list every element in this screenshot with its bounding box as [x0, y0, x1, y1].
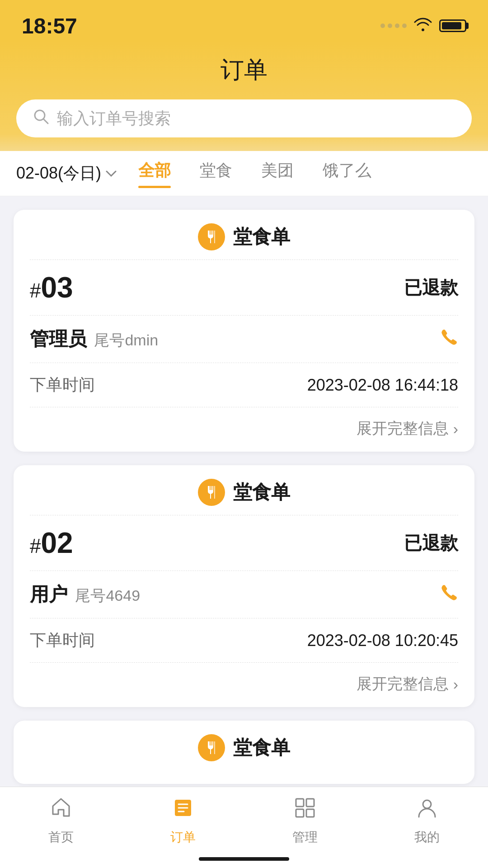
dining-icon-3	[198, 734, 225, 761]
search-icon	[33, 108, 50, 129]
svg-point-10	[423, 800, 431, 808]
search-container: 输入订单号搜索	[0, 99, 488, 151]
expand-label-1: 展开完整信息	[357, 418, 449, 439]
tab-dine[interactable]: 堂食	[200, 160, 232, 187]
nav-mine[interactable]: 我的	[414, 796, 440, 846]
svg-rect-6	[296, 799, 304, 807]
svg-rect-8	[296, 809, 304, 817]
order-status-2: 已退款	[404, 531, 458, 556]
order-row-time-2: 下单时间 2023-02-08 10:20:45	[30, 618, 458, 662]
order-time-label-1: 下单时间	[30, 374, 95, 396]
tab-hungry[interactable]: 饿了么	[323, 160, 371, 187]
bottom-nav: 首页 订单 管理	[0, 787, 488, 868]
mine-icon	[415, 796, 439, 825]
signal-icon	[380, 24, 407, 28]
order-card-2: 堂食单 #02 已退款 用户 尾号4649 下单时间 2023-	[14, 465, 474, 707]
nav-home[interactable]: 首页	[48, 796, 74, 846]
orders-icon	[171, 796, 195, 825]
status-bar: 18:57	[0, 0, 488, 41]
dining-icon-1	[198, 223, 225, 250]
order-row-time-1: 下单时间 2023-02-08 16:44:18	[30, 363, 458, 407]
customer-suffix-2: 尾号4649	[75, 587, 140, 604]
tab-all[interactable]: 全部	[138, 160, 171, 187]
order-row-number-1: #03 已退款	[30, 259, 458, 315]
expand-chevron-2: ›	[453, 675, 458, 693]
tab-meituan[interactable]: 美团	[261, 160, 294, 187]
order-time-value-1: 2023-02-08 16:44:18	[307, 376, 458, 395]
order-time-label-2: 下单时间	[30, 629, 95, 651]
nav-manage-label: 管理	[292, 829, 318, 846]
expand-row-1[interactable]: 展开完整信息 ›	[30, 407, 458, 452]
dining-icon-2	[198, 479, 225, 506]
order-number-1: #03	[30, 271, 73, 304]
order-status-1: 已退款	[404, 275, 458, 300]
order-card-1: 堂食单 #03 已退款 管理员 尾号dmin 下单时间 2023	[14, 210, 474, 452]
phone-icon-1[interactable]	[439, 327, 458, 351]
wifi-icon	[414, 16, 432, 35]
nav-home-label: 首页	[48, 829, 74, 846]
orders-list: 堂食单 #03 已退款 管理员 尾号dmin 下单时间 2023	[0, 196, 488, 868]
status-icons	[380, 16, 466, 35]
expand-row-2[interactable]: 展开完整信息 ›	[30, 662, 458, 707]
order-number-2: #02	[30, 526, 73, 560]
customer-name-1: 管理员	[30, 328, 87, 349]
expand-label-2: 展开完整信息	[357, 674, 449, 694]
order-time-value-2: 2023-02-08 10:20:45	[307, 631, 458, 650]
customer-name-2: 用户	[30, 584, 68, 605]
card-type-2: 堂食单	[233, 480, 290, 505]
card-type-3: 堂食单	[233, 735, 290, 760]
chevron-down-icon	[106, 166, 117, 181]
order-card-3: 堂食单	[14, 721, 474, 784]
manage-icon	[293, 796, 317, 825]
date-filter[interactable]: 02-08(今日)	[16, 162, 117, 184]
card-header-1: 堂食单	[14, 210, 474, 259]
date-label: 02-08(今日)	[16, 162, 101, 184]
phone-icon-2[interactable]	[439, 583, 458, 606]
svg-line-1	[43, 119, 48, 123]
tab-row: 02-08(今日) 全部 堂食 美团 饿了么	[0, 151, 488, 196]
customer-info-2: 用户 尾号4649	[30, 582, 140, 607]
status-time: 18:57	[22, 14, 77, 38]
card-header-2: 堂食单	[14, 465, 474, 515]
card-body-2: #02 已退款 用户 尾号4649 下单时间 2023-02-08 10:20:…	[14, 515, 474, 707]
order-row-customer-1: 管理员 尾号dmin	[30, 315, 458, 363]
nav-manage[interactable]: 管理	[292, 796, 318, 846]
customer-suffix-1: 尾号dmin	[94, 331, 158, 349]
svg-rect-7	[306, 799, 314, 807]
home-bar	[199, 857, 289, 861]
tabs: 全部 堂食 美团 饿了么	[138, 160, 472, 187]
nav-mine-label: 我的	[414, 829, 440, 846]
customer-info-1: 管理员 尾号dmin	[30, 326, 158, 352]
nav-orders[interactable]: 订单	[170, 796, 196, 846]
order-row-number-2: #02 已退款	[30, 515, 458, 571]
battery-icon	[439, 19, 466, 32]
order-row-customer-2: 用户 尾号4649	[30, 571, 458, 618]
search-bar[interactable]: 输入订单号搜索	[16, 99, 472, 137]
card-header-3: 堂食单	[14, 721, 474, 770]
card-type-1: 堂食单	[233, 224, 290, 250]
nav-orders-label: 订单	[170, 829, 196, 846]
card-body-1: #03 已退款 管理员 尾号dmin 下单时间 2023-02-08 16:44…	[14, 259, 474, 452]
header: 订单 输入订单号搜索 02-08(今日) 全部 堂食 美团 饿了么	[0, 41, 488, 196]
page-title: 订单	[0, 50, 488, 99]
expand-chevron-1: ›	[453, 420, 458, 438]
svg-rect-9	[306, 809, 314, 817]
home-icon	[49, 796, 73, 825]
search-placeholder: 输入订单号搜索	[57, 108, 171, 130]
